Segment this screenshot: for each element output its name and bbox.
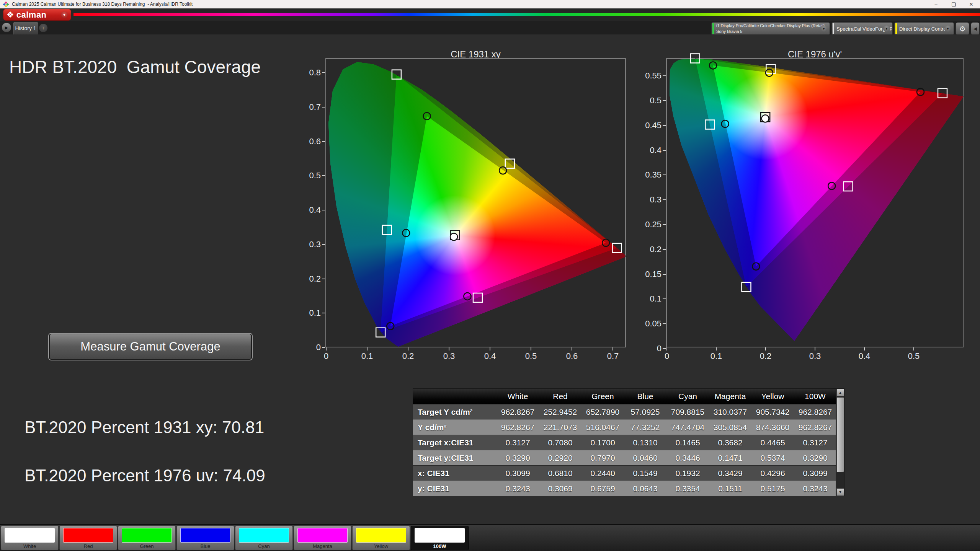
scroll-up-icon[interactable]: ▲ bbox=[836, 389, 844, 396]
table-cell: 0.4296 bbox=[751, 466, 794, 481]
table-cell: 905.7342 bbox=[751, 404, 794, 419]
table-cell: 57.0925 bbox=[624, 404, 666, 419]
pattern-tile-red[interactable]: Red bbox=[59, 526, 117, 550]
pattern-label: Blue bbox=[177, 543, 234, 549]
calman-menu-button[interactable]: ❖ calman ▼ bbox=[3, 9, 71, 21]
pattern-tile-white[interactable]: White bbox=[1, 526, 59, 550]
y-tick-label: 0.6 bbox=[302, 137, 321, 147]
table-cell: 0.3290 bbox=[794, 450, 836, 465]
y-tick-mark bbox=[322, 175, 325, 176]
chevron-down-icon[interactable]: ▼ bbox=[61, 11, 68, 18]
table-cell: 0.1700 bbox=[581, 435, 624, 450]
y-tick-mark bbox=[663, 224, 666, 225]
collapse-panel-icon[interactable]: ◀ bbox=[971, 22, 980, 35]
main-toolbar: ❖ calman ▼ bbox=[0, 8, 980, 21]
column-header-yellow: Yellow bbox=[751, 389, 794, 404]
bt2020-percent-1976: BT.2020 Percent 1976 uv: 74.09 bbox=[24, 466, 265, 485]
source-dropdown[interactable]: SpectraCal VideoForge Pro ▼ bbox=[831, 22, 893, 35]
chevron-down-icon[interactable]: ▼ bbox=[883, 25, 890, 32]
pattern-label: Cyan bbox=[235, 543, 292, 549]
pattern-label: Green bbox=[118, 543, 175, 549]
y-tick-label: 0.05 bbox=[642, 319, 662, 329]
table-cell: 0.1471 bbox=[709, 450, 751, 465]
column-header-red: Red bbox=[539, 389, 581, 404]
scrollbar-thumb[interactable] bbox=[836, 397, 844, 472]
add-tab-button[interactable]: + bbox=[39, 24, 47, 32]
x-tick-mark bbox=[367, 347, 368, 350]
y-tick-mark bbox=[663, 174, 666, 175]
table-cell: 962.8267 bbox=[794, 420, 836, 435]
meter-dropdown[interactable]: i1 Display Pro/Calibrite ColorChecker Di… bbox=[711, 22, 830, 35]
x-tick-mark bbox=[408, 347, 408, 350]
y-tick-mark bbox=[663, 274, 666, 275]
y-tick-label: 0.25 bbox=[642, 220, 662, 230]
y-tick-mark bbox=[322, 107, 325, 108]
y-tick-label: 0.1 bbox=[642, 294, 662, 304]
pattern-swatch bbox=[356, 528, 406, 543]
table-header-row: WhiteRedGreenBlueCyanMagentaYellow100W bbox=[413, 389, 844, 404]
table-cell: 0.4465 bbox=[751, 435, 794, 450]
table-cell: 0.3127 bbox=[794, 435, 836, 450]
x-tick-label: 0.3 bbox=[439, 351, 459, 361]
y-tick-label: 0.3 bbox=[302, 240, 321, 249]
row-label: x: CIE31 bbox=[413, 466, 497, 481]
pattern-tile-green[interactable]: Green bbox=[118, 526, 176, 550]
x-tick-label: 0 bbox=[317, 351, 336, 361]
tab-history-1[interactable]: History 1 bbox=[13, 22, 38, 34]
measured-marker-white bbox=[450, 233, 457, 240]
y-tick-label: 0.55 bbox=[642, 71, 662, 81]
tab-bar: ▶ History 1 + i1 Display Pro/Calibrite C… bbox=[0, 21, 980, 34]
x-tick-label: 0.6 bbox=[562, 351, 581, 361]
chevron-down-icon[interactable]: ▼ bbox=[944, 25, 951, 32]
x-tick-mark bbox=[815, 347, 815, 350]
column-header-green: Green bbox=[581, 389, 624, 404]
maximize-icon[interactable]: ❏ bbox=[945, 0, 962, 8]
pattern-tile-yellow[interactable]: Yellow bbox=[352, 526, 410, 550]
chevron-down-icon[interactable]: ▼ bbox=[820, 25, 827, 32]
pattern-tile-magenta[interactable]: Magenta bbox=[294, 526, 351, 550]
column-header-100w: 100W bbox=[794, 389, 836, 404]
table-cell: 0.1511 bbox=[709, 481, 751, 496]
x-tick-label: 0.3 bbox=[805, 351, 825, 361]
table-cell: 0.6810 bbox=[539, 466, 581, 481]
x-tick-label: 0.1 bbox=[358, 351, 377, 361]
y-tick-mark bbox=[322, 279, 325, 279]
gear-icon[interactable]: ⚙ bbox=[956, 22, 969, 35]
pattern-tile-cyan[interactable]: Cyan bbox=[235, 526, 293, 550]
table-scrollbar[interactable]: ▲ ▼ bbox=[836, 389, 844, 496]
y-tick-label: 0.1 bbox=[302, 308, 321, 318]
table-row: Target x:CIE310.31270.70800.17000.13100.… bbox=[413, 435, 844, 450]
column-header-white: White bbox=[497, 389, 539, 404]
pattern-tile-blue[interactable]: Blue bbox=[176, 526, 234, 550]
scroll-down-icon[interactable]: ▼ bbox=[836, 488, 844, 496]
x-tick-mark bbox=[765, 347, 766, 350]
y-tick-mark bbox=[322, 210, 325, 210]
table-cell: 0.3354 bbox=[666, 481, 709, 496]
y-tick-mark bbox=[322, 244, 325, 245]
measure-gamut-coverage-button[interactable]: Measure Gamut Coverage bbox=[49, 334, 252, 360]
minimize-icon[interactable]: – bbox=[927, 0, 945, 8]
table-cell: 0.7080 bbox=[539, 435, 581, 450]
table-corner-cell bbox=[413, 389, 497, 404]
y-tick-label: 0.4 bbox=[302, 205, 321, 215]
column-header-magenta: Magenta bbox=[709, 389, 751, 404]
y-tick-mark bbox=[663, 125, 666, 126]
table-cell: 310.0377 bbox=[709, 404, 751, 419]
meter-status-stripe bbox=[712, 23, 714, 34]
table-cell: 962.8267 bbox=[497, 404, 539, 419]
pattern-label: White bbox=[1, 543, 58, 549]
bt2020-percent-1931: BT.2020 Percent 1931 xy: 70.81 bbox=[24, 418, 264, 437]
y-tick-label: 0 bbox=[302, 342, 321, 352]
display-control-dropdown[interactable]: Direct Display Control ▼ bbox=[894, 22, 954, 35]
row-label: Target x:CIE31 bbox=[413, 435, 497, 450]
table-cell: 77.3252 bbox=[624, 420, 666, 435]
pattern-tile-100w[interactable]: 100W bbox=[411, 526, 469, 550]
table-cell: 747.4704 bbox=[666, 420, 709, 435]
table-cell: 0.3099 bbox=[794, 466, 836, 481]
close-icon[interactable]: ✕ bbox=[962, 0, 980, 8]
tab-scroll-button[interactable]: ▶ bbox=[2, 23, 11, 33]
table-cell: 0.5175 bbox=[751, 481, 794, 496]
table-cell: 0.2920 bbox=[539, 450, 581, 465]
y-tick-label: 0.7 bbox=[302, 102, 321, 112]
pattern-label: Red bbox=[60, 543, 117, 549]
